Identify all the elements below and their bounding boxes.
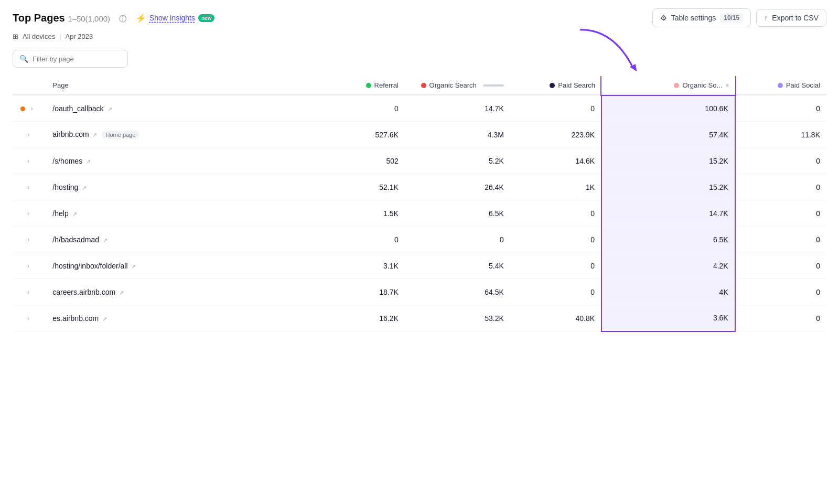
referral-value: 16.2K [379, 314, 399, 323]
external-link-icon: ↗ [119, 289, 124, 296]
settings-gear-icon: ⚙ [660, 14, 667, 22]
organic-social-cell: 3.6K [601, 305, 735, 331]
table-row: ›/h/badsadmad ↗0006.5K0 [13, 227, 826, 253]
expand-button[interactable]: › [24, 260, 33, 271]
paid-search-cell: 14.6K [510, 148, 601, 174]
sort-icon[interactable]: ≡ [725, 82, 728, 89]
organic-social-cell: 57.4K [601, 122, 735, 148]
organic-search-cell: 26.4K [405, 174, 510, 200]
expand-button[interactable]: › [27, 103, 36, 114]
referral-value: 502 [386, 157, 398, 165]
organic_social-value: 6.5K [713, 235, 728, 244]
paid-search-cell: 1K [510, 174, 601, 200]
organic-social-dot [674, 83, 679, 88]
paid-search-cell: 0 [510, 200, 601, 227]
organic-social-cell: 4K [601, 279, 735, 305]
filter-input-wrap[interactable]: 🔍 [13, 50, 128, 68]
referral-value: 3.1K [383, 262, 399, 270]
col-header-referral[interactable]: Referral [314, 76, 405, 95]
organic_social-value: 14.7K [709, 209, 728, 218]
table-row: ›/hosting/inbox/folder/all ↗3.1K5.4K04.2… [13, 253, 826, 279]
organic-search-cell: 5.2K [405, 148, 510, 174]
referral-value: 18.7K [379, 288, 399, 296]
col-header-paid-search[interactable]: Paid Search [510, 76, 601, 95]
organic-search-dot [421, 83, 426, 88]
col-header-expand [13, 76, 46, 95]
paid-social-cell: 11.8K [735, 122, 826, 148]
paid_social-value: 0 [816, 209, 820, 218]
paid_social-value: 0 [816, 104, 820, 113]
separator: | [59, 33, 61, 40]
organic-social-cell: 4.2K [601, 253, 735, 279]
paid_social-value: 0 [816, 314, 820, 323]
page-cell: /oauth_callback ↗ [46, 95, 313, 122]
organic_social-value: 15.2K [709, 157, 728, 165]
referral-cell: 0 [314, 95, 405, 122]
export-icon: ↑ [764, 14, 768, 22]
paid_search-value: 1K [586, 183, 595, 191]
table-row: ›/help ↗1.5K6.5K014.7K0 [13, 200, 826, 227]
organic_search-value: 4.3M [488, 131, 504, 139]
referral-value: 0 [394, 104, 399, 113]
organic_social-value: 57.4K [709, 131, 728, 139]
table-container: Page Referral Organic Search [13, 76, 826, 332]
col-header-organic-social[interactable]: Organic So... ≡ [601, 76, 735, 95]
page-cell: /h/badsadmad ↗ [46, 227, 313, 253]
table-row: ›es.airbnb.com ↗16.2K53.2K40.8K3.6K0 [13, 305, 826, 331]
col-header-paid-social[interactable]: Paid Social [735, 76, 826, 95]
filter-input[interactable] [33, 55, 121, 63]
expand-button[interactable]: › [24, 286, 33, 297]
paid-social-cell: 0 [735, 279, 826, 305]
expand-button[interactable]: › [24, 129, 33, 140]
page-cell: es.airbnb.com ↗ [46, 305, 313, 331]
external-link-icon: ↗ [103, 237, 107, 243]
table-settings-button[interactable]: ⚙ Table settings 10/15 [652, 8, 751, 27]
paid_social-value: 0 [816, 288, 820, 296]
paid-search-cell: 0 [510, 95, 601, 122]
info-icon[interactable]: ⓘ [119, 15, 126, 23]
expand-button[interactable]: › [24, 234, 33, 245]
external-link-icon: ↗ [82, 185, 87, 191]
paid_social-value: 11.8K [801, 131, 820, 139]
organic_search-value: 26.4K [485, 183, 504, 191]
external-link-icon: ↗ [107, 106, 112, 112]
page-link[interactable]: es.airbnb.com ↗ [52, 314, 107, 323]
col-header-organic-search[interactable]: Organic Search [405, 76, 510, 95]
external-link-icon: ↗ [131, 263, 136, 270]
expand-button[interactable]: › [24, 181, 33, 192]
table-body: ›/oauth_callback ↗014.7K0100.6K0›airbnb.… [13, 95, 826, 331]
external-link-icon: ↗ [102, 316, 107, 322]
paid-search-cell: 0 [510, 253, 601, 279]
show-insights-button[interactable]: ⚡ Show Insights new [133, 11, 218, 25]
expand-button[interactable]: › [24, 208, 33, 219]
paid_search-value: 0 [590, 104, 595, 113]
page-cell: /help ↗ [46, 200, 313, 227]
expand-cell: › [13, 305, 46, 331]
paid-social-cell: 0 [735, 305, 826, 331]
page-link[interactable]: /s/homes ↗ [52, 157, 91, 165]
paid-search-cell: 0 [510, 227, 601, 253]
paid-search-cell: 0 [510, 279, 601, 305]
expand-cell: › [13, 279, 46, 305]
home-page-badge: Home page [101, 131, 139, 139]
organic_search-value: 5.4K [489, 262, 504, 270]
device-icon: ⊞ [13, 33, 18, 40]
export-csv-button[interactable]: ↑ Export to CSV [756, 9, 826, 27]
external-link-icon: ↗ [92, 132, 97, 138]
drag-handle[interactable] [483, 84, 504, 87]
page-link[interactable]: /oauth_callback ↗ [52, 104, 112, 113]
page-link[interactable]: /h/badsadmad ↗ [52, 235, 107, 244]
page-link[interactable]: /hosting ↗ [52, 183, 87, 191]
referral-cell: 18.7K [314, 279, 405, 305]
expand-button[interactable]: › [24, 155, 33, 166]
page-cell: /s/homes ↗ [46, 148, 313, 174]
page-link[interactable]: /help ↗ [52, 209, 77, 218]
organic-search-cell: 14.7K [405, 95, 510, 122]
expand-cell: › [13, 174, 46, 200]
page-link[interactable]: careers.airbnb.com ↗ [52, 288, 124, 296]
organic_social-value: 3.6K [713, 314, 728, 322]
page-link[interactable]: airbnb.com ↗ [52, 130, 97, 138]
paid_search-value: 14.6K [575, 157, 595, 165]
expand-button[interactable]: › [24, 313, 33, 324]
page-link[interactable]: /hosting/inbox/folder/all ↗ [52, 262, 136, 270]
